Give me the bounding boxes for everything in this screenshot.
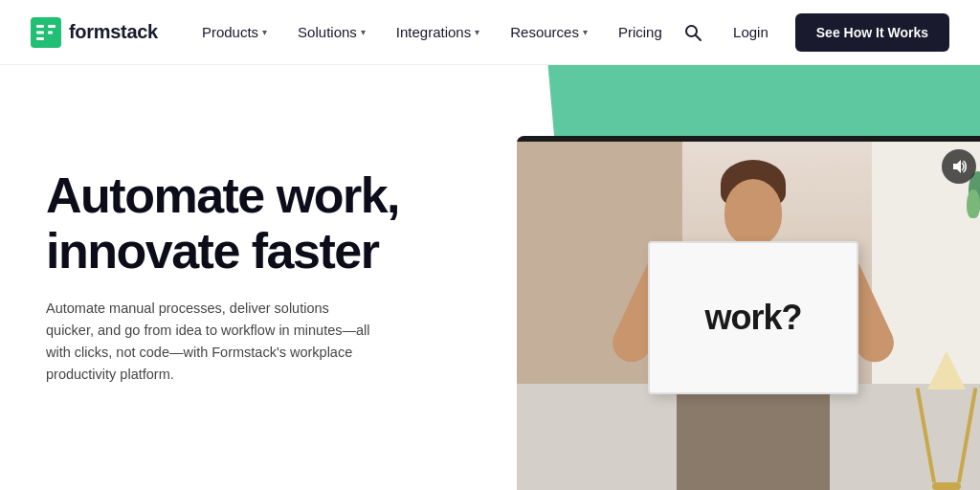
hero-right: work? (498, 65, 980, 490)
hero-subtitle: Automate manual processes, deliver solut… (46, 298, 371, 387)
nav-item-products[interactable]: Products ▾ (189, 16, 280, 48)
svg-line-7 (696, 35, 701, 40)
volume-icon (951, 159, 967, 174)
formstack-logo-icon (31, 17, 61, 48)
chevron-down-icon: ▾ (262, 27, 267, 37)
chevron-down-icon: ▾ (583, 27, 588, 37)
svg-rect-5 (48, 31, 53, 33)
nav-item-pricing[interactable]: Pricing (605, 16, 676, 48)
see-how-it-works-button[interactable]: See How It Works (795, 13, 949, 52)
logo-link[interactable]: formstack (31, 17, 158, 48)
lamp-base (932, 482, 961, 490)
svg-rect-1 (36, 25, 44, 28)
lamp-shade (927, 351, 966, 390)
hero-title: Automate work, innovate faster (46, 168, 452, 278)
nav-item-solutions[interactable]: Solutions ▾ (284, 16, 379, 48)
nav-right: Login See How It Works (679, 13, 949, 52)
hero-section: Automate work, innovate faster Automate … (0, 65, 980, 490)
lamp (927, 299, 966, 490)
search-icon (683, 23, 702, 42)
video-container[interactable]: work? (517, 136, 980, 490)
video-top-bar (517, 136, 980, 142)
sign-text: work? (704, 298, 801, 338)
login-button[interactable]: Login (725, 20, 776, 44)
chevron-down-icon: ▾ (475, 27, 479, 37)
hero-left: Automate work, innovate faster Automate … (0, 65, 498, 490)
svg-rect-4 (48, 25, 56, 28)
search-button[interactable] (679, 19, 706, 46)
sign: work? (648, 241, 858, 394)
nav-item-resources[interactable]: Resources ▾ (497, 16, 601, 48)
chevron-down-icon: ▾ (361, 27, 366, 37)
svg-rect-0 (31, 17, 61, 48)
video-inner: work? (517, 136, 980, 490)
video-background: work? (517, 136, 980, 490)
navbar: formstack Products ▾ Solutions ▾ Integra… (0, 0, 980, 65)
person-head (724, 179, 782, 246)
plant-decoration-2 (967, 189, 980, 218)
logo-text: formstack (69, 21, 158, 43)
nav-links: Products ▾ Solutions ▾ Integrations ▾ Re… (189, 16, 679, 48)
volume-button[interactable] (942, 149, 976, 184)
nav-item-integrations[interactable]: Integrations ▾ (383, 16, 493, 48)
svg-marker-8 (953, 160, 961, 173)
svg-rect-2 (36, 31, 44, 33)
svg-rect-3 (36, 37, 44, 40)
